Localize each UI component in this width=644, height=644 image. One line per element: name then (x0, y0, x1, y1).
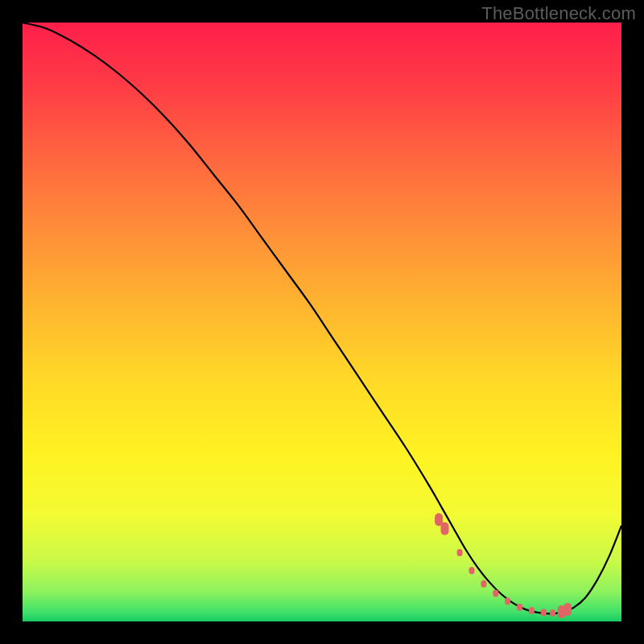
chart-frame: TheBottleneck.com (0, 0, 644, 644)
marker-point (541, 609, 547, 616)
plot-area (23, 23, 621, 621)
marker-point (457, 549, 463, 556)
marker-point (441, 522, 449, 535)
marker-point (517, 604, 522, 611)
marker-point (529, 607, 535, 614)
marker-point (564, 603, 572, 616)
marker-point (505, 597, 510, 605)
marker-point (493, 590, 498, 597)
marker-point (481, 580, 486, 588)
marker-point (550, 609, 555, 617)
marker-point (469, 567, 475, 574)
chart-svg (23, 23, 621, 621)
watermark-text: TheBottleneck.com (481, 3, 636, 24)
